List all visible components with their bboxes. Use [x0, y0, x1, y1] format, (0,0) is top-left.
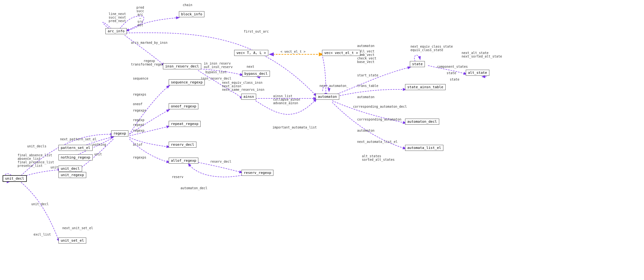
node-ainsn-label: ainsn	[243, 95, 254, 99]
label-component-states: component_states	[437, 65, 468, 68]
node-unit-set-el[interactable]: unit_set_el	[58, 237, 86, 244]
label-next-bypass: next	[247, 65, 254, 68]
label-regexps-allof: regexps	[133, 109, 146, 112]
label-next-unit-set-el: next_unit_set_el	[62, 226, 93, 230]
node-alt-state-label: alt_state	[468, 71, 487, 75]
label-arcs-marked: arcs_marked_by_insn	[131, 41, 167, 44]
label-sequence: sequence	[133, 77, 148, 80]
diagram-container: arc_info block_info insn_reserv_decl seq…	[0, 0, 644, 280]
label-regexp-repeat: regexp	[133, 118, 144, 122]
label-line-next: line_nextsucc_nextpred_next	[109, 12, 126, 23]
label-first-out-arc: first_out_arc	[244, 30, 269, 33]
label-ainsn-list: ainsn_listcollapse_ainsnadvance_ainsn	[273, 94, 300, 105]
node-unit-regexp[interactable]: unit_regexp	[58, 172, 86, 178]
node-repeat-regexp-label: repeat_regexp	[171, 122, 198, 126]
node-automaton-decl-label: automaton_decl	[407, 120, 437, 124]
node-unit-set-el-label: unit_set_el	[61, 238, 84, 243]
node-unit-decl[interactable]: unit_decl	[58, 166, 82, 172]
label-chain: chain	[183, 3, 192, 7]
node-automaton[interactable]: automaton	[316, 94, 339, 100]
label-allof: allof	[133, 143, 142, 146]
label-automaton-vec: automaton	[357, 44, 374, 48]
node-pattern-set-el[interactable]: pattern_set_el	[58, 145, 93, 151]
label-important-automata-list: important_automata_list	[272, 126, 317, 129]
node-insn-reserv-decl[interactable]: insn_reserv_decl	[163, 63, 201, 69]
label-repeat: repeat	[133, 123, 144, 127]
node-vec-vect-el-t-label: vec< vect_el_t >	[324, 51, 358, 55]
node-alt-state[interactable]: alt_state	[466, 70, 489, 76]
node-reserv-decl-label: reserv_decl	[171, 143, 194, 147]
label-regexp-allof: regexp	[133, 129, 144, 132]
label-in-out-insn-reserv: in_insn_reservout_insn_reserv	[204, 62, 233, 69]
label-next-pattern-set-el: next_pattern_set_el	[60, 137, 96, 141]
node-arc-info[interactable]: arc_info	[105, 28, 127, 34]
node-pattern-set-el-label: pattern_set_el	[61, 146, 90, 150]
node-bypass-decl[interactable]: bypass_decl	[242, 71, 270, 77]
node-ainsn[interactable]: ainsn	[241, 94, 256, 100]
label-next-automaton: next_automaton_	[319, 84, 348, 88]
node-state[interactable]: state	[410, 61, 425, 67]
node-block-info-label: block_info	[181, 12, 202, 16]
node-arc-info-label: arc_info	[108, 29, 125, 33]
label-automaton-state: automaton	[357, 95, 374, 99]
label-unit-decl-bottom: unit_decl	[31, 202, 49, 206]
node-unit-regexp-label: unit_regexp	[61, 173, 84, 177]
label-automaton-decl-bottom: automaton_decl	[180, 186, 207, 190]
label-next-automata-list-el: next_automata_list_el	[357, 140, 397, 144]
node-automaton-decl[interactable]: automaton_decl	[405, 119, 439, 125]
label-start-state: start_state	[357, 74, 378, 77]
node-insn-reserv-decl-label: insn_reserv_decl	[165, 64, 199, 68]
node-bypass-decl-label: bypass_decl	[244, 72, 268, 76]
label-regexp-transformed: regexptransformed_regexp_	[131, 59, 167, 66]
label-regexps-oneof: regexps	[133, 93, 146, 96]
label-next-equiv-class-insn: next_equiv_class_insnnext_ainsnnext_same…	[222, 81, 264, 91]
node-nothing-regexp[interactable]: nothing_regexp	[58, 154, 93, 160]
node-repeat-regexp[interactable]: repeat_regexp	[169, 121, 201, 127]
node-regexp[interactable]: regexp	[111, 130, 128, 136]
label-excl-list: excl_list	[34, 233, 51, 236]
label-next-equiv-class-state: next_equiv_class_stateequiv_class_state	[410, 45, 453, 52]
node-unit-decl-main[interactable]: unit_decl	[3, 175, 27, 182]
node-unit-decl-label: unit_decl	[61, 167, 80, 171]
node-sequence-regexp-label: sequence_regexp	[171, 80, 203, 84]
diagram-svg	[0, 0, 644, 280]
label-absence-list: final_absence_listabsence_listfinal_pres…	[18, 153, 54, 167]
node-oneof-regexp[interactable]: oneof_regexp	[169, 103, 198, 109]
node-state-label: state	[412, 62, 423, 66]
label-unit: unit	[94, 152, 102, 156]
node-allof-regexp-label: allof_regexp	[171, 159, 196, 163]
label-regexps-last: regexps	[133, 156, 146, 159]
label-corr-automaton: corresponding_automaton	[357, 118, 401, 121]
node-reserv-regexp[interactable]: reserv_regexp	[241, 170, 273, 176]
label-corr-automaton-decl: corresponding_automaton_decl	[353, 105, 407, 108]
label-oneof: oneof	[133, 102, 142, 106]
label-state-edge1: state	[447, 71, 456, 75]
node-state-ainsn-table[interactable]: state_ainsn_table	[405, 84, 446, 90]
label-nothing: nothing	[93, 143, 106, 146]
label-automaton-ael: automaton	[357, 129, 374, 132]
node-vec-t-a-l[interactable]: vec< T, A, L >	[234, 50, 268, 56]
node-automaton-label: automaton	[318, 95, 337, 99]
node-state-ainsn-table-label: state_ainsn_table	[407, 85, 443, 89]
label-alt-states: alt_statessorted_alt_states	[362, 154, 395, 161]
node-allof-regexp[interactable]: allof_regexp	[169, 158, 198, 164]
label-pred-succ-arc: predsuccarc—srcdst	[136, 6, 144, 27]
node-reserv-decl[interactable]: reserv_decl	[169, 142, 196, 148]
label-insn-reserv-decl-edge: insn_reserv_decl	[201, 77, 231, 80]
node-sequence-regexp[interactable]: sequence_regexp	[169, 79, 205, 85]
label-vect-el-t: < vect_el_t >	[280, 50, 305, 53]
node-automata-list-el[interactable]: automata_list_el	[405, 145, 443, 151]
label-unit-decls: unit_decls	[27, 144, 46, 148]
node-block-info[interactable]: block_info	[179, 11, 204, 17]
node-oneof-regexp-label: oneof_regexp	[171, 104, 196, 108]
label-bypass-list: bypass_list	[205, 70, 226, 74]
node-automata-list-el-label: automata_list_el	[407, 146, 441, 150]
label-reserv-decl-edge: reserv_decl	[210, 160, 231, 163]
node-regexp-label: regexp	[113, 131, 126, 136]
node-vec-vect-el-t[interactable]: vec< vect_el_t >	[322, 50, 360, 56]
label-trans-table: trans_table	[357, 84, 378, 88]
label-state-edge2: state	[450, 78, 459, 81]
node-reserv-regexp-label: reserv_regexp	[244, 171, 271, 175]
node-vec-t-a-l-label: vec< T, A, L >	[236, 51, 266, 55]
node-nothing-regexp-label: nothing_regexp	[61, 155, 90, 159]
